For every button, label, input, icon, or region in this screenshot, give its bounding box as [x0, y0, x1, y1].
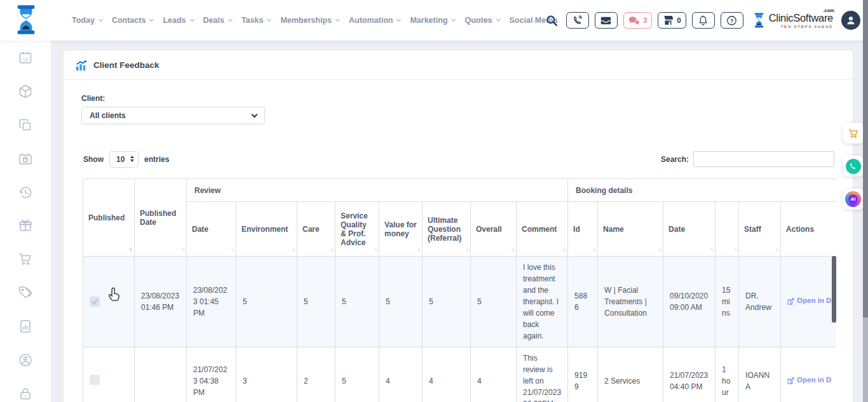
page-scrollbar-thumb[interactable]	[863, 0, 868, 318]
spinner-arrows-icon	[130, 156, 134, 162]
sidebar-item-duplicates[interactable]	[17, 117, 34, 133]
help-icon: ?	[726, 15, 737, 26]
col-staff[interactable]: Staff↑↓	[739, 202, 781, 257]
client-select[interactable]: All clients	[81, 107, 265, 124]
top-bar: Today Contacts Leads Deals Tasks Members…	[0, 0, 868, 41]
inbox-button[interactable]	[595, 12, 618, 29]
overall-cell: 5	[471, 257, 517, 347]
table-header-row: Date↑↓ Environment↑↓ Care↑↓ Service Qual…	[83, 202, 837, 257]
nav-today[interactable]: Today	[72, 16, 102, 25]
search-icon[interactable]	[546, 15, 558, 27]
duration-cell: 15 mins	[715, 257, 739, 347]
floating-phone-button[interactable]	[843, 156, 864, 177]
table-row: 23/08/2023 01:46 PM 23/08/2023 01:45 PM …	[83, 257, 837, 347]
phone-button[interactable]	[566, 12, 589, 29]
care-cell: 2	[297, 347, 336, 402]
help-button[interactable]: ?	[721, 12, 743, 29]
sort-icons: ↑↓	[129, 246, 132, 253]
booking-name-cell: 2 Services	[598, 347, 663, 402]
sidebar-item-clients[interactable]	[17, 352, 34, 368]
table-scrollbar[interactable]	[832, 256, 836, 323]
ultimate-question-cell: 4	[423, 347, 471, 402]
history-icon	[18, 185, 33, 200]
sidebar-item-calendar[interactable]: 12	[17, 50, 34, 65]
notifications-button[interactable]	[692, 12, 715, 29]
sidebar-item-vouchers[interactable]	[17, 285, 34, 301]
col-environment[interactable]: Environment↑↓	[236, 202, 297, 257]
sidebar-item-security[interactable]	[17, 386, 34, 402]
col-duration[interactable]: ↑↓	[715, 202, 739, 257]
chat-bubbles-icon	[628, 16, 640, 25]
chevron-down-icon	[451, 17, 456, 22]
client-feedback-panel: Client Feedback Client: All clients Show…	[64, 51, 853, 402]
published-checkbox[interactable]	[90, 297, 100, 307]
sort-icons: ↑↓	[658, 246, 661, 253]
nav-contacts[interactable]: Contacts	[112, 16, 153, 25]
page-scrollbar[interactable]	[863, 0, 868, 402]
open-in-diary-link[interactable]: Open in D	[787, 375, 831, 385]
col-published[interactable]: Published ↑↓	[83, 179, 135, 257]
nav-memberships[interactable]: Memberships	[280, 16, 339, 25]
nav-automation[interactable]: Automation	[349, 16, 400, 25]
col-id[interactable]: Id↑↓	[568, 202, 598, 257]
care-cell: 5	[297, 257, 336, 347]
staff-cell: IOANNA	[739, 347, 781, 402]
gift-icon	[18, 218, 33, 233]
open-in-diary-link[interactable]: Open in D	[787, 295, 831, 306]
col-comment[interactable]: Comment↑↓	[517, 202, 568, 257]
col-care[interactable]: Care↑↓	[297, 202, 336, 257]
brand-name: ClinicSoftware	[769, 12, 833, 23]
sort-icons: ↑↓	[511, 246, 514, 253]
chevron-down-icon	[267, 17, 271, 22]
col-actions: Actions	[781, 202, 836, 257]
store-button[interactable]: 0	[658, 12, 686, 29]
sidebar-item-products[interactable]	[17, 83, 34, 99]
sidebar-item-gift[interactable]	[17, 218, 34, 234]
external-link-icon	[787, 377, 794, 384]
booking-date-cell: 09/10/2020 09:00 AM	[663, 257, 715, 347]
nav-leads[interactable]: Leads	[163, 16, 193, 25]
col-service-quality[interactable]: Service Quality & Prof. Advice↑↓	[336, 202, 379, 257]
published-cell	[83, 347, 135, 402]
col-published-date[interactable]: Published Date ↑↓	[135, 179, 187, 257]
floating-cart-button[interactable]	[843, 123, 864, 144]
brand-tagline: TEN STEPS AHEAD	[769, 25, 833, 29]
booking-id-cell: 5886	[568, 257, 598, 347]
sidebar-item-cart[interactable]	[17, 251, 34, 267]
nav-quotes[interactable]: Quotes	[465, 16, 499, 25]
nav-deals[interactable]: Deals	[203, 16, 232, 25]
user-avatar[interactable]	[841, 11, 860, 30]
floating-ai-button[interactable]: AI	[843, 189, 864, 210]
col-value-for-money[interactable]: Value for money↑↓	[379, 202, 423, 257]
col-overall[interactable]: Overall↑↓	[471, 202, 517, 257]
chat-button[interactable]: 3	[623, 12, 652, 29]
bell-icon	[698, 15, 708, 26]
lock-icon	[18, 386, 33, 401]
chevron-down-icon	[496, 17, 500, 22]
sort-icons: ↑↓	[775, 246, 778, 253]
app-logo[interactable]	[14, 4, 38, 37]
sort-icons: ↑↓	[330, 246, 333, 253]
inbox-icon	[600, 16, 611, 25]
sort-icons: ↑↓	[374, 246, 377, 253]
nav-marketing[interactable]: Marketing	[410, 16, 455, 25]
sidebar-item-bookings[interactable]	[17, 151, 34, 166]
sort-icons: ↑↓	[181, 246, 184, 253]
sidebar-item-reports[interactable]	[17, 319, 34, 335]
booking-id-cell: 9199	[568, 347, 598, 402]
sort-icons: ↑↓	[292, 246, 295, 253]
col-name[interactable]: Name↑↓	[598, 202, 663, 257]
duration-cell: 1 hour	[715, 347, 739, 402]
published-checkbox[interactable]	[90, 375, 100, 385]
col-booking-date[interactable]: Date↑↓	[663, 202, 715, 257]
entries-select[interactable]: 10	[109, 151, 139, 168]
sidebar-item-history[interactable]	[17, 184, 34, 200]
report-icon	[18, 319, 33, 334]
nav-tasks[interactable]: Tasks	[241, 16, 271, 25]
search-input[interactable]	[693, 151, 834, 167]
copy-icon	[18, 117, 33, 133]
col-ultimate-question[interactable]: Ultimate Question (Referral)↑↓	[423, 202, 471, 257]
feedback-table-wrapper: Published ↑↓ Published Date ↑↓ Review Bo…	[83, 178, 836, 402]
col-review-date[interactable]: Date↑↓	[187, 202, 236, 257]
feedback-table: Published ↑↓ Published Date ↑↓ Review Bo…	[83, 178, 836, 402]
